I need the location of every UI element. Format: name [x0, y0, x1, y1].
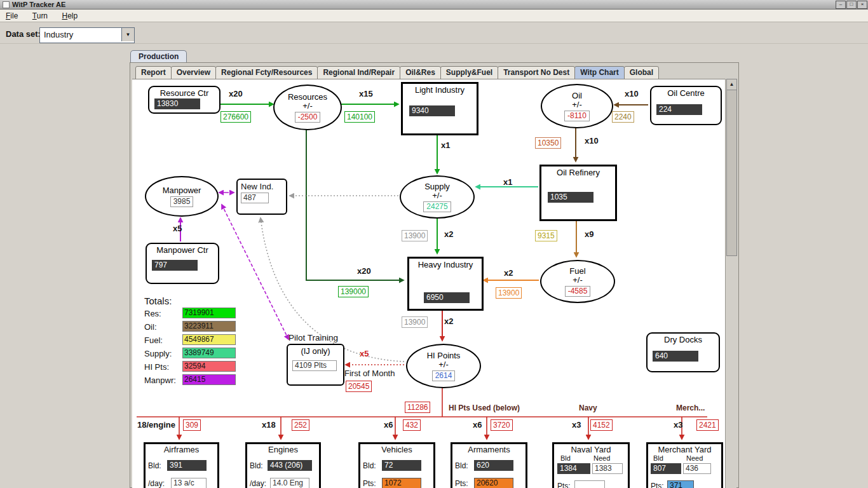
multiplier-resources-to-hi: x20: [357, 266, 371, 276]
node-light-industry: Light Industry 9340: [401, 82, 478, 135]
totals-label-supply: Supply:: [144, 349, 172, 358]
tab-witp-chart[interactable]: Witp Chart: [574, 66, 625, 79]
multiplier-oil-to-refinery: x10: [585, 136, 599, 146]
node-resources: Resources +/- -2500: [273, 85, 342, 130]
box-title: Merchant Yard: [648, 445, 721, 454]
need-header: Need: [593, 454, 610, 462]
node-label: Resource Ctr: [149, 88, 219, 98]
flow-value-naval: 4152: [590, 419, 613, 431]
bld-header: Bld: [653, 454, 663, 462]
node-oil-centre: Oil Centre 224: [650, 86, 722, 125]
bld-value: 72: [382, 460, 421, 471]
pilot-training-title: Pilot Training: [288, 333, 338, 342]
node-manpower-ctr: Manpower Ctr 797: [146, 243, 219, 284]
menu-turn[interactable]: Turn: [27, 10, 53, 20]
flow-value-first-of-month: 20545: [346, 381, 372, 392]
multiplier-li-to-supply: x1: [441, 140, 450, 150]
flow-value-hi-to-hipoints: 13900: [402, 316, 428, 328]
tab-transport-no-dest[interactable]: Transport No Dest: [498, 66, 575, 79]
box-title: Vehicles: [360, 445, 433, 454]
flow-value-merchant: 2421: [696, 419, 719, 431]
node-value: 224: [656, 104, 702, 115]
node-value: -4585: [565, 286, 591, 297]
dataset-label: Data set:: [6, 29, 41, 39]
scrollbar-thumb[interactable]: [726, 90, 737, 256]
tab-overview[interactable]: Overview: [171, 66, 216, 79]
tab-regional-fcty-resources[interactable]: Regional Fcty/Resources: [215, 66, 318, 79]
dataset-combobox[interactable]: Industry ▼: [39, 27, 135, 43]
maximize-icon: □: [850, 1, 853, 7]
tab-supply-fuel[interactable]: Supply&Fuel: [440, 66, 498, 79]
multiplier-refinery-to-supply: x1: [503, 177, 512, 187]
node-value: 640: [653, 351, 698, 362]
totals-label-res: Res:: [144, 309, 161, 318]
node-label: Oil Refinery: [541, 168, 615, 177]
navy-label: Navy: [579, 403, 597, 412]
bld-header: Bld: [560, 454, 571, 462]
close-button[interactable]: ×: [857, 1, 867, 9]
menu-help[interactable]: Help: [57, 10, 84, 20]
flow-value-refinery-to-fuel: 9315: [535, 230, 557, 241]
node-supply: Supply +/- 24275: [400, 175, 475, 219]
title-bar: WitP Tracker AE – □ ×: [0, 0, 868, 10]
need-value: 1383: [592, 463, 623, 474]
bld-label: Bld:: [363, 461, 376, 470]
dataset-selected-value: Industry: [44, 30, 73, 39]
totals-value-hi-pts: 32594: [182, 361, 236, 372]
combobox-dropdown-button[interactable]: ▼: [121, 28, 134, 41]
flow-value-airframes: 309: [183, 419, 201, 431]
minimize-button[interactable]: –: [836, 1, 846, 9]
node-pilot-training: (IJ only) 4109 Plts: [287, 344, 344, 386]
menu-file[interactable]: File: [0, 10, 24, 20]
totals-title: Totals:: [144, 295, 172, 306]
box-engines: Engines Bld: 443 (206) /day: 14.0 Eng: [245, 442, 321, 488]
node-value: 4109 Plts: [292, 360, 337, 371]
node-value: 2614: [432, 370, 456, 381]
totals-value-supply: 3389749: [182, 348, 236, 358]
tab-report[interactable]: Report: [135, 66, 172, 79]
first-of-month-label: First of Month: [344, 369, 395, 378]
app-window-icon: [3, 1, 10, 8]
node-sublabel: +/-: [438, 360, 449, 369]
tab-regional-ind-repair[interactable]: Regional Ind/Repair: [317, 66, 400, 79]
multiplier-armaments: x6: [473, 420, 482, 430]
maximize-button[interactable]: □: [846, 1, 857, 9]
merchant-label: Merch...: [676, 403, 705, 412]
totals-value-manpwr: 26415: [182, 374, 236, 385]
node-sublabel: (IJ only): [288, 346, 343, 356]
pts-value: [574, 480, 605, 488]
node-label: Manpower: [163, 186, 201, 195]
need-value: 436: [683, 463, 711, 474]
window-title: WitP Tracker AE: [12, 1, 65, 8]
node-sublabel: +/-: [432, 191, 442, 200]
bld-label: Bld:: [250, 461, 263, 470]
multiplier-airframes: 18/engine: [137, 420, 175, 430]
flow-value-engines: 252: [292, 419, 309, 431]
node-value: 3985: [170, 196, 194, 207]
node-sublabel: +/-: [572, 100, 582, 109]
node-value: 797: [152, 260, 198, 271]
tab-global[interactable]: Global: [624, 66, 659, 79]
per-day-value: 13 a/c: [171, 478, 207, 488]
pts-value: 20620: [474, 478, 513, 488]
multiplier-oilcentre-to-oil: x10: [625, 89, 639, 98]
box-armaments: Armaments Bld: 620 Pts: 20620: [451, 442, 527, 488]
vertical-scrollbar[interactable]: ▲: [725, 79, 736, 488]
node-value: 487: [241, 193, 269, 203]
tab-oil-res[interactable]: Oil&Res: [400, 66, 441, 79]
inner-tab-strip: Report Overview Regional Fcty/Resources …: [135, 66, 658, 79]
scrollbar-up-button[interactable]: ▲: [726, 79, 737, 90]
node-value: 1035: [548, 192, 593, 203]
flow-value-fuel-to-hi: 13900: [496, 287, 522, 299]
node-heavy-industry: Heavy Industry 6950: [407, 257, 484, 311]
tab-production[interactable]: Production: [130, 50, 187, 63]
chevron-down-icon: ▼: [126, 32, 131, 37]
totals-value-fuel: 4549867: [182, 334, 236, 345]
triangle-up-icon: ▲: [729, 81, 735, 87]
box-merchant-yard: Merchant Yard Bld Need 807 436 Pts: 371: [646, 442, 723, 488]
bld-value: 807: [651, 463, 681, 474]
node-label: Manpower Ctr: [147, 245, 218, 255]
node-oil: Oil +/- -8110: [541, 84, 613, 128]
pts-value: 371: [667, 480, 694, 488]
box-airframes: Airframes Bld: 391 /day: 13 a/c: [144, 442, 219, 488]
